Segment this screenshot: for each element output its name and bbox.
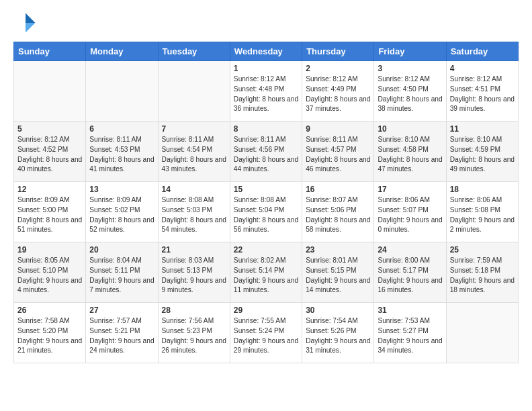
calendar-week-3: 12Sunrise: 8:09 AMSunset: 5:00 PMDayligh… xyxy=(14,182,519,242)
calendar-cell: 30Sunrise: 7:54 AMSunset: 5:26 PMDayligh… xyxy=(302,303,374,363)
calendar-cell xyxy=(446,303,518,363)
day-info: Sunrise: 8:11 AMSunset: 4:53 PMDaylight:… xyxy=(89,135,154,175)
day-number: 3 xyxy=(378,64,442,73)
day-number: 29 xyxy=(234,306,298,315)
day-number: 17 xyxy=(378,185,442,194)
day-info: Sunrise: 8:04 AMSunset: 5:11 PMDaylight:… xyxy=(89,256,154,295)
day-info: Sunrise: 8:10 AMSunset: 4:59 PMDaylight:… xyxy=(450,135,515,175)
calendar-cell: 14Sunrise: 8:08 AMSunset: 5:03 PMDayligh… xyxy=(158,182,230,242)
day-info: Sunrise: 8:00 AMSunset: 5:17 PMDaylight:… xyxy=(378,256,442,295)
day-info: Sunrise: 8:11 AMSunset: 4:57 PMDaylight:… xyxy=(306,135,370,175)
day-number: 20 xyxy=(89,245,154,255)
day-info: Sunrise: 8:06 AMSunset: 5:07 PMDaylight:… xyxy=(378,195,442,235)
calendar-cell: 9Sunrise: 8:11 AMSunset: 4:57 PMDaylight… xyxy=(302,122,374,182)
day-info: Sunrise: 8:12 AMSunset: 4:50 PMDaylight:… xyxy=(378,75,442,114)
day-number: 31 xyxy=(378,306,442,315)
svg-marker-0 xyxy=(26,13,35,23)
day-number: 18 xyxy=(450,185,515,194)
calendar-cell: 28Sunrise: 7:56 AMSunset: 5:23 PMDayligh… xyxy=(158,303,230,363)
day-info: Sunrise: 8:12 AMSunset: 4:48 PMDaylight:… xyxy=(234,75,298,114)
weekday-monday: Monday xyxy=(86,42,158,61)
calendar-week-1: 1Sunrise: 8:12 AMSunset: 4:48 PMDaylight… xyxy=(14,61,519,122)
day-info: Sunrise: 8:11 AMSunset: 4:54 PMDaylight:… xyxy=(162,135,226,175)
day-number: 4 xyxy=(450,64,515,73)
day-info: Sunrise: 8:12 AMSunset: 4:52 PMDaylight:… xyxy=(17,135,82,175)
calendar-cell: 5Sunrise: 8:12 AMSunset: 4:52 PMDaylight… xyxy=(14,122,86,182)
day-number: 28 xyxy=(162,306,226,315)
calendar-cell: 23Sunrise: 8:01 AMSunset: 5:15 PMDayligh… xyxy=(302,242,374,303)
calendar-cell: 19Sunrise: 8:05 AMSunset: 5:10 PMDayligh… xyxy=(14,242,86,303)
day-number: 22 xyxy=(234,245,298,255)
page: SundayMondayTuesdayWednesdayThursdayFrid… xyxy=(0,0,532,377)
header xyxy=(13,11,519,35)
day-number: 21 xyxy=(162,245,226,255)
day-number: 9 xyxy=(306,124,370,134)
day-info: Sunrise: 7:55 AMSunset: 5:24 PMDaylight:… xyxy=(234,316,298,356)
calendar-cell: 21Sunrise: 8:03 AMSunset: 5:13 PMDayligh… xyxy=(158,242,230,303)
day-info: Sunrise: 8:08 AMSunset: 5:04 PMDaylight:… xyxy=(234,195,298,235)
calendar-cell: 7Sunrise: 8:11 AMSunset: 4:54 PMDaylight… xyxy=(158,122,230,182)
day-info: Sunrise: 8:01 AMSunset: 5:15 PMDaylight:… xyxy=(306,256,370,295)
day-info: Sunrise: 8:06 AMSunset: 5:08 PMDaylight:… xyxy=(450,195,515,235)
day-number: 19 xyxy=(17,245,82,255)
calendar-cell: 29Sunrise: 7:55 AMSunset: 5:24 PMDayligh… xyxy=(230,303,302,363)
day-number: 26 xyxy=(17,306,82,315)
calendar-cell: 17Sunrise: 8:06 AMSunset: 5:07 PMDayligh… xyxy=(374,182,446,242)
calendar-cell: 27Sunrise: 7:57 AMSunset: 5:21 PMDayligh… xyxy=(86,303,158,363)
calendar-week-2: 5Sunrise: 8:12 AMSunset: 4:52 PMDaylight… xyxy=(14,122,519,182)
weekday-header-row: SundayMondayTuesdayWednesdayThursdayFrid… xyxy=(14,42,519,61)
calendar-cell: 16Sunrise: 8:07 AMSunset: 5:06 PMDayligh… xyxy=(302,182,374,242)
calendar-cell: 18Sunrise: 8:06 AMSunset: 5:08 PMDayligh… xyxy=(446,182,518,242)
day-number: 27 xyxy=(89,306,154,315)
day-number: 13 xyxy=(89,185,154,194)
calendar-cell: 6Sunrise: 8:11 AMSunset: 4:53 PMDaylight… xyxy=(86,122,158,182)
calendar-cell: 31Sunrise: 7:53 AMSunset: 5:27 PMDayligh… xyxy=(374,303,446,363)
logo-icon xyxy=(13,11,38,35)
calendar-cell: 26Sunrise: 7:58 AMSunset: 5:20 PMDayligh… xyxy=(14,303,86,363)
day-info: Sunrise: 8:10 AMSunset: 4:58 PMDaylight:… xyxy=(378,135,442,175)
calendar-cell: 1Sunrise: 8:12 AMSunset: 4:48 PMDaylight… xyxy=(230,61,302,122)
day-info: Sunrise: 8:11 AMSunset: 4:56 PMDaylight:… xyxy=(234,135,298,175)
calendar-cell: 12Sunrise: 8:09 AMSunset: 5:00 PMDayligh… xyxy=(14,182,86,242)
calendar-week-4: 19Sunrise: 8:05 AMSunset: 5:10 PMDayligh… xyxy=(14,242,519,303)
calendar-cell: 8Sunrise: 8:11 AMSunset: 4:56 PMDaylight… xyxy=(230,122,302,182)
calendar-cell: 24Sunrise: 8:00 AMSunset: 5:17 PMDayligh… xyxy=(374,242,446,303)
weekday-friday: Friday xyxy=(374,42,446,61)
day-info: Sunrise: 8:07 AMSunset: 5:06 PMDaylight:… xyxy=(306,195,370,235)
calendar-cell: 13Sunrise: 8:09 AMSunset: 5:02 PMDayligh… xyxy=(86,182,158,242)
calendar-cell: 20Sunrise: 8:04 AMSunset: 5:11 PMDayligh… xyxy=(86,242,158,303)
day-number: 11 xyxy=(450,124,515,134)
day-info: Sunrise: 7:54 AMSunset: 5:26 PMDaylight:… xyxy=(306,316,370,356)
day-number: 23 xyxy=(306,245,370,255)
day-info: Sunrise: 8:02 AMSunset: 5:14 PMDaylight:… xyxy=(234,256,298,295)
day-info: Sunrise: 8:09 AMSunset: 5:02 PMDaylight:… xyxy=(89,195,154,235)
calendar-cell: 11Sunrise: 8:10 AMSunset: 4:59 PMDayligh… xyxy=(446,122,518,182)
calendar-cell: 3Sunrise: 8:12 AMSunset: 4:50 PMDaylight… xyxy=(374,61,446,122)
calendar-cell: 2Sunrise: 8:12 AMSunset: 4:49 PMDaylight… xyxy=(302,61,374,122)
logo xyxy=(13,11,40,35)
day-number: 25 xyxy=(450,245,515,255)
calendar-cell: 22Sunrise: 8:02 AMSunset: 5:14 PMDayligh… xyxy=(230,242,302,303)
day-number: 8 xyxy=(234,124,298,134)
day-number: 10 xyxy=(378,124,442,134)
day-number: 6 xyxy=(89,124,154,134)
calendar-cell: 4Sunrise: 8:12 AMSunset: 4:51 PMDaylight… xyxy=(446,61,518,122)
weekday-sunday: Sunday xyxy=(14,42,86,61)
day-info: Sunrise: 7:53 AMSunset: 5:27 PMDaylight:… xyxy=(378,316,442,356)
day-info: Sunrise: 8:09 AMSunset: 5:00 PMDaylight:… xyxy=(17,195,82,235)
day-number: 14 xyxy=(162,185,226,194)
day-number: 7 xyxy=(162,124,226,134)
day-info: Sunrise: 8:12 AMSunset: 4:49 PMDaylight:… xyxy=(306,75,370,114)
calendar-cell: 25Sunrise: 7:59 AMSunset: 5:18 PMDayligh… xyxy=(446,242,518,303)
svg-marker-1 xyxy=(26,23,35,32)
calendar-cell xyxy=(86,61,158,122)
calendar-cell: 10Sunrise: 8:10 AMSunset: 4:58 PMDayligh… xyxy=(374,122,446,182)
day-number: 5 xyxy=(17,124,82,134)
day-number: 12 xyxy=(17,185,82,194)
weekday-saturday: Saturday xyxy=(446,42,518,61)
calendar-week-5: 26Sunrise: 7:58 AMSunset: 5:20 PMDayligh… xyxy=(14,303,519,363)
calendar-cell xyxy=(158,61,230,122)
calendar-cell xyxy=(14,61,86,122)
day-info: Sunrise: 8:05 AMSunset: 5:10 PMDaylight:… xyxy=(17,256,82,295)
day-info: Sunrise: 7:56 AMSunset: 5:23 PMDaylight:… xyxy=(162,316,226,356)
